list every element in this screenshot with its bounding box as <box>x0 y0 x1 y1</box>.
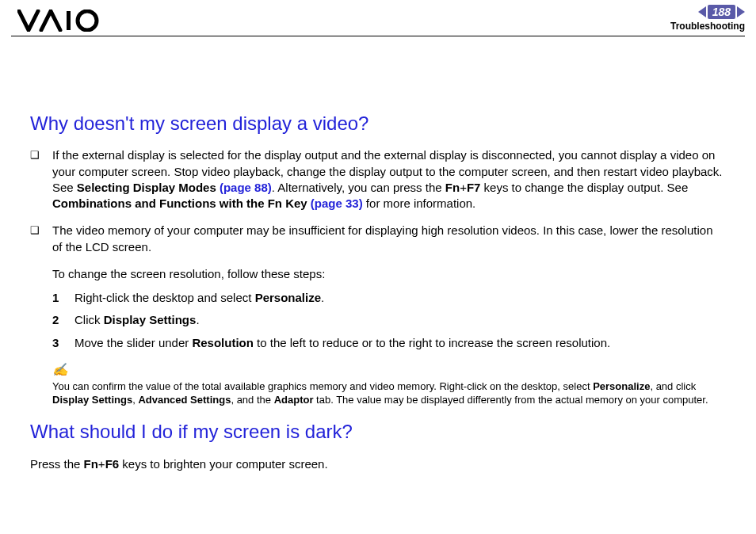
heading-video: Why doesn't my screen display a video? <box>30 111 726 136</box>
page-header: 188 Troubleshooting <box>0 0 756 40</box>
step-number: 3 <box>52 335 74 351</box>
page-number-badge: 188 <box>708 5 735 19</box>
note-icon: ✍ <box>52 362 726 379</box>
prev-page-arrow-icon[interactable] <box>698 6 706 17</box>
steps-list: 1 Right-click the desktop and select Per… <box>52 290 726 351</box>
step-text: Move the slider under Resolution to the … <box>74 335 726 351</box>
steps-intro: To change the screen resolution, follow … <box>52 266 726 282</box>
list-item: 2 Click Display Settings. <box>52 312 726 328</box>
step-number: 1 <box>52 290 74 306</box>
step-text: Right-click the desktop and select Perso… <box>74 290 726 306</box>
bullet-text: The video memory of your computer may be… <box>52 223 726 255</box>
page-link-88[interactable]: (page 88) <box>220 181 272 194</box>
bullet-item: The video memory of your computer may be… <box>30 223 726 255</box>
next-page-arrow-icon[interactable] <box>737 6 745 17</box>
page-link-33[interactable]: (page 33) <box>311 196 363 210</box>
header-divider <box>11 36 745 36</box>
bullet-text: If the external display is selected for … <box>52 147 726 212</box>
section-label: Troubleshooting <box>670 21 745 32</box>
bullet-item: If the external display is selected for … <box>30 147 726 212</box>
heading-dark-screen: What should I do if my screen is dark? <box>30 419 726 444</box>
vaio-logo <box>17 10 113 32</box>
step-text: Click Display Settings. <box>74 312 726 328</box>
bullet-marker-icon <box>30 223 52 255</box>
page-navigation: 188 <box>698 5 745 19</box>
step-number: 2 <box>52 312 74 328</box>
paragraph: Press the Fn+F6 keys to brighten your co… <box>30 456 726 472</box>
note-block: ✍ You can confirm the value of the total… <box>52 362 726 407</box>
list-item: 1 Right-click the desktop and select Per… <box>52 290 726 306</box>
page-content: Why doesn't my screen display a video? I… <box>0 40 756 472</box>
list-item: 3 Move the slider under Resolution to th… <box>52 335 726 351</box>
svg-rect-0 <box>67 11 71 30</box>
svg-point-1 <box>78 11 97 30</box>
bullet-marker-icon <box>30 147 52 212</box>
